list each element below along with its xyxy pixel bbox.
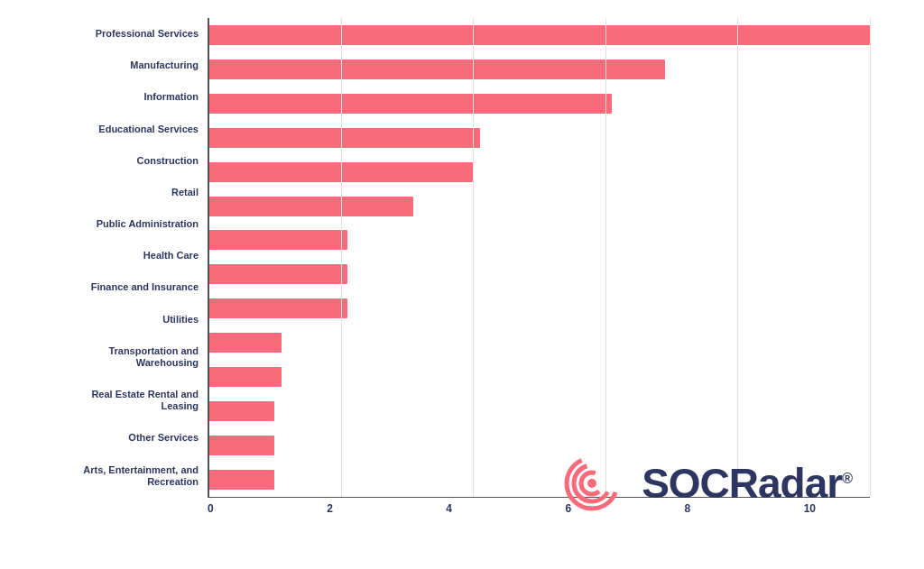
svg-point-3 (587, 479, 596, 488)
bar-row-2 (208, 90, 870, 117)
bar-row-3 (208, 124, 870, 151)
x-tick-2: 2 (327, 502, 333, 515)
bar-row-5 (208, 193, 870, 220)
bar-10 (208, 367, 282, 387)
bar-row-8 (208, 295, 870, 322)
logo-text: SOCRadar® (642, 459, 852, 508)
bar-row-9 (208, 329, 870, 356)
bar-0 (208, 25, 870, 45)
y-label-9: Utilities (162, 312, 199, 327)
y-label-6: Public Administration (97, 216, 199, 232)
bar-6 (208, 230, 347, 250)
y-label-13: Arts, Entertainment, andRecreation (83, 463, 199, 490)
chart-area: Professional ServicesManufacturingInform… (9, 18, 870, 498)
y-label-5: Retail (171, 185, 199, 200)
y-label-11: Real Estate Rental andLeasing (91, 387, 199, 414)
y-label-10: Transportation andWarehousing (108, 344, 199, 371)
x-tick-0: 0 (208, 502, 214, 515)
bar-9 (208, 333, 282, 353)
bar-row-0 (208, 22, 870, 49)
bar-row-1 (208, 56, 870, 83)
y-label-3: Educational Services (98, 122, 199, 137)
bar-13 (208, 470, 274, 490)
y-labels: Professional ServicesManufacturingInform… (9, 18, 208, 498)
bar-row-10 (208, 363, 870, 390)
bar-3 (208, 128, 480, 148)
bar-2 (208, 94, 612, 114)
grid-line-10 (870, 18, 871, 497)
logo-area: SOCRadar® (542, 452, 852, 515)
y-label-0: Professional Services (96, 26, 199, 41)
bar-row-4 (208, 159, 870, 186)
y-label-1: Manufacturing (130, 58, 199, 73)
bar-7 (208, 264, 347, 284)
bar-11 (208, 401, 274, 421)
bar-12 (208, 436, 274, 455)
bars-area (208, 18, 870, 498)
y-label-8: Finance and Insurance (91, 280, 199, 295)
bar-8 (208, 298, 347, 318)
y-label-7: Health Care (143, 248, 199, 263)
y-label-4: Construction (137, 153, 199, 169)
bar-1 (208, 60, 665, 79)
bar-row-6 (208, 226, 870, 253)
bar-row-11 (208, 398, 870, 425)
bar-4 (208, 162, 473, 182)
y-label-12: Other Services (128, 430, 199, 445)
chart-container: Professional ServicesManufacturingInform… (0, 0, 924, 569)
bar-5 (208, 197, 413, 216)
y-label-2: Information (144, 89, 199, 105)
bar-row-7 (208, 261, 870, 288)
x-tick-4: 4 (446, 502, 452, 515)
